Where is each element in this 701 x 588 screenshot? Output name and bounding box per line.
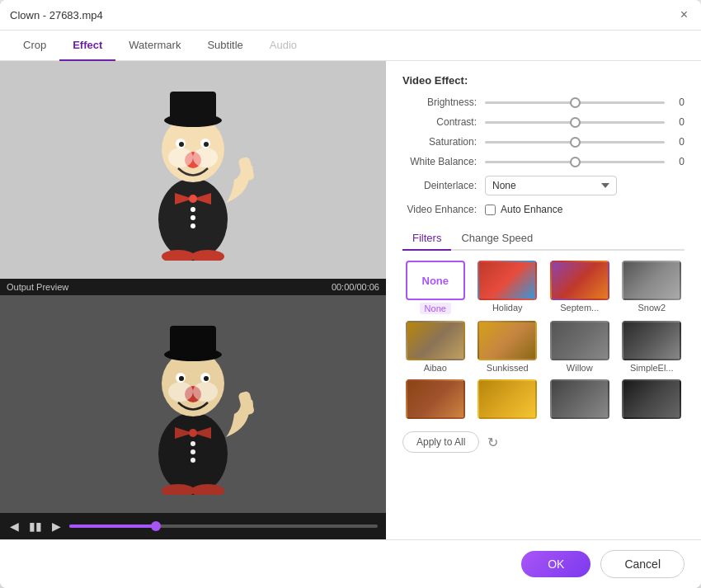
filters-grid: None None Holiday Septem... Snow bbox=[402, 261, 685, 421]
filter-willow-label: Willow bbox=[567, 363, 593, 373]
filter-sunkissed-thumb[interactable] bbox=[478, 321, 537, 360]
filter-none[interactable]: None None bbox=[402, 261, 468, 314]
auto-enhance-checkbox[interactable] bbox=[485, 205, 496, 215]
filter-aibao-thumb[interactable] bbox=[406, 321, 465, 360]
main-content: Output Preview 00:00/00:06 bbox=[0, 61, 701, 539]
svg-point-32 bbox=[168, 382, 193, 402]
svg-point-6 bbox=[189, 195, 197, 203]
filter-holiday-thumb[interactable] bbox=[478, 261, 537, 300]
refresh-button[interactable]: ↻ bbox=[487, 435, 498, 450]
tab-subtitle[interactable]: Subtitle bbox=[194, 31, 256, 61]
contrast-value: 0 bbox=[665, 116, 685, 128]
brightness-value: 0 bbox=[665, 96, 685, 108]
sub-tab-change-speed[interactable]: Change Speed bbox=[451, 227, 543, 251]
filter-sunkissed-label: Sunkissed bbox=[487, 363, 529, 373]
svg-rect-3 bbox=[170, 92, 216, 123]
ok-button[interactable]: OK bbox=[521, 551, 590, 577]
saturation-value: 0 bbox=[665, 136, 685, 148]
pause-button[interactable]: ▮▮ bbox=[27, 518, 44, 534]
tab-watermark[interactable]: Watermark bbox=[115, 31, 194, 61]
tabs-bar: Crop Effect Watermark Subtitle Audio bbox=[0, 31, 701, 61]
brightness-row: Brightness: 0 bbox=[402, 96, 685, 108]
svg-point-11 bbox=[204, 142, 209, 147]
deinterlace-label: Deinterlace: bbox=[402, 180, 485, 191]
brightness-label: Brightness: bbox=[402, 96, 485, 108]
progress-bar[interactable] bbox=[69, 524, 378, 528]
tab-effect[interactable]: Effect bbox=[59, 31, 115, 61]
white-balance-label: White Balance: bbox=[402, 156, 485, 167]
svg-point-33 bbox=[193, 382, 218, 402]
filter-snow2[interactable]: Snow2 bbox=[619, 261, 685, 314]
saturation-row: Saturation: 0 bbox=[402, 136, 685, 148]
brightness-slider[interactable] bbox=[485, 101, 665, 104]
filter-none-label: None bbox=[420, 303, 451, 314]
svg-rect-23 bbox=[170, 326, 216, 357]
filter-aibao-label: Aibao bbox=[424, 363, 447, 373]
svg-point-19 bbox=[191, 223, 195, 228]
contrast-label: Contrast: bbox=[402, 116, 485, 128]
filter-r4[interactable] bbox=[619, 379, 685, 421]
progress-thumb[interactable] bbox=[151, 521, 161, 531]
filter-r3[interactable] bbox=[547, 379, 613, 421]
output-preview-label: Output Preview bbox=[7, 282, 68, 292]
preview-bottom bbox=[0, 295, 386, 513]
next-button[interactable]: ▶ bbox=[50, 518, 63, 534]
progress-fill bbox=[69, 524, 156, 528]
auto-enhance-label[interactable]: Auto Enhance bbox=[485, 204, 562, 215]
filter-holiday-label: Holiday bbox=[492, 303, 523, 313]
svg-point-13 bbox=[193, 148, 218, 167]
timestamp-label: 00:00/00:06 bbox=[332, 282, 379, 292]
filter-september-label: Septem... bbox=[560, 303, 599, 313]
tab-audio: Audio bbox=[256, 31, 310, 61]
deinterlace-row: Deinterlace: None Blend Bob Yadif bbox=[402, 176, 685, 195]
filter-willow[interactable]: Willow bbox=[547, 321, 613, 373]
filter-simpleel-label: SimpleEl... bbox=[630, 363, 674, 373]
preview-divider-bar: Output Preview 00:00/00:06 bbox=[0, 279, 386, 295]
filter-september-thumb[interactable] bbox=[550, 261, 609, 300]
svg-point-18 bbox=[191, 215, 195, 220]
contrast-row: Contrast: 0 bbox=[402, 116, 685, 128]
deinterlace-select[interactable]: None Blend Bob Yadif bbox=[485, 176, 617, 195]
filter-willow-thumb[interactable] bbox=[550, 321, 609, 360]
right-panel: Video Effect: Brightness: 0 Contrast: 0 … bbox=[386, 61, 701, 539]
prev-button[interactable]: ◀ bbox=[8, 518, 21, 534]
svg-point-12 bbox=[168, 148, 193, 167]
saturation-label: Saturation: bbox=[402, 136, 485, 148]
filter-r1-thumb[interactable] bbox=[406, 379, 465, 419]
apply-to-all-button[interactable]: Apply to All bbox=[402, 431, 479, 453]
enhance-label: Video Enhance: bbox=[402, 204, 485, 215]
white-balance-value: 0 bbox=[665, 156, 685, 167]
tab-crop[interactable]: Crop bbox=[10, 31, 59, 61]
svg-point-31 bbox=[204, 376, 209, 381]
bottom-bar: OK Cancel bbox=[0, 539, 701, 588]
video-effect-title: Video Effect: bbox=[402, 74, 685, 87]
playback-controls: ◀ ▮▮ ▶ bbox=[0, 513, 386, 539]
sub-tab-filters[interactable]: Filters bbox=[402, 227, 451, 251]
filter-r1[interactable] bbox=[402, 379, 468, 421]
filter-r2-thumb[interactable] bbox=[478, 379, 537, 419]
filter-r4-thumb[interactable] bbox=[622, 379, 681, 419]
filter-simpleel-thumb[interactable] bbox=[622, 321, 681, 360]
saturation-slider[interactable] bbox=[485, 141, 665, 143]
close-button[interactable]: × bbox=[677, 7, 691, 23]
filter-snow2-label: Snow2 bbox=[637, 303, 666, 313]
filter-holiday[interactable]: Holiday bbox=[475, 261, 541, 314]
left-panel: Output Preview 00:00/00:06 bbox=[0, 61, 386, 539]
filter-sunkissed[interactable]: Sunkissed bbox=[475, 321, 541, 373]
white-balance-row: White Balance: 0 bbox=[402, 156, 685, 167]
filter-aibao[interactable]: Aibao bbox=[402, 321, 468, 373]
title-bar: Clown - 27683.mp4 × bbox=[0, 0, 701, 31]
contrast-slider[interactable] bbox=[485, 121, 665, 124]
filter-snow2-thumb[interactable] bbox=[622, 261, 681, 300]
filter-r3-thumb[interactable] bbox=[550, 379, 609, 419]
filter-none-text: None bbox=[422, 275, 449, 287]
cancel-button[interactable]: Cancel bbox=[600, 550, 685, 578]
filter-none-thumb[interactable]: None bbox=[406, 261, 465, 300]
filter-simpleel[interactable]: SimpleEl... bbox=[619, 321, 685, 373]
filter-r2[interactable] bbox=[475, 379, 541, 421]
svg-point-17 bbox=[191, 207, 195, 212]
apply-row: Apply to All ↻ bbox=[402, 431, 685, 453]
svg-point-10 bbox=[179, 142, 184, 147]
white-balance-slider[interactable] bbox=[485, 161, 665, 163]
filter-september[interactable]: Septem... bbox=[547, 261, 613, 314]
